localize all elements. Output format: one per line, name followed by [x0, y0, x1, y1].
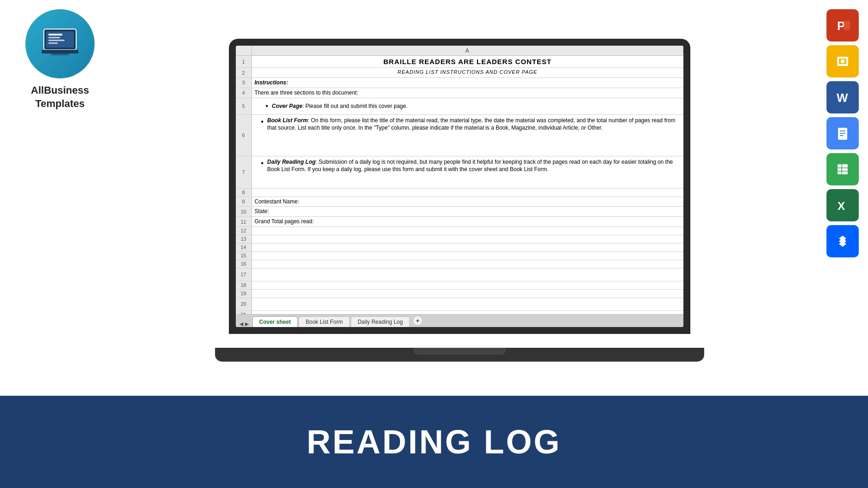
row-num: 16	[236, 260, 252, 268]
book-list-text: Book List Form: On this form, please lis…	[267, 117, 680, 132]
powerpoint-icon[interactable]: P	[826, 9, 859, 42]
row-content: • Daily Reading Log: Submission of a dai…	[252, 156, 683, 188]
svg-rect-21	[840, 135, 844, 136]
table-row: 18	[236, 281, 683, 290]
daily-log-bullet: • Daily Reading Log: Submission of a dai…	[255, 158, 681, 174]
table-row: 10 State:	[236, 207, 683, 217]
laptop-logo-icon	[39, 27, 81, 61]
column-header-row: A	[236, 46, 683, 56]
google-docs-icon[interactable]	[826, 117, 859, 149]
table-row: 15	[236, 252, 683, 260]
google-slides-icon[interactable]	[826, 45, 859, 77]
sheet-rows: 1 BRAILLE READERS ARE LEADERS CONTEST 2 …	[236, 56, 683, 314]
table-row: 8	[236, 189, 683, 197]
book-list-bullet: • Book List Form: On this form, please l…	[255, 117, 681, 132]
laptop-body: A 1 BRAILLE READERS ARE LEADERS CONTEST	[229, 39, 690, 334]
svg-rect-19	[840, 131, 845, 131]
row-num: 17	[236, 268, 252, 281]
row-num: 20	[236, 298, 252, 310]
col-a-header: A	[252, 48, 683, 54]
cover-page-text: Cover Page: Please fill out and submit t…	[272, 102, 407, 110]
right-app-icons: P W	[826, 9, 859, 257]
row-content: State:	[252, 207, 683, 216]
svg-rect-2	[48, 34, 62, 36]
svg-rect-23	[838, 164, 848, 174]
table-row: 6 • Book List Form: On this form, please…	[236, 115, 683, 156]
row-num: 18	[236, 281, 252, 289]
laptop-base	[215, 348, 704, 362]
row-content: • Book List Form: On this form, please l…	[252, 115, 683, 156]
cover-page-suffix: : Please fill out and submit this cover …	[302, 103, 407, 109]
table-row: 21	[236, 311, 683, 314]
subtitle-text: READING LIST INSTRUCTIONS AND COVER PAGE	[398, 69, 538, 76]
row-content: Grand Total pages read:	[252, 217, 683, 226]
nav-arrows: ◀ ▶	[239, 321, 249, 327]
brand-name: AllBusiness Templates	[31, 84, 89, 110]
row-content: READING LIST INSTRUCTIONS AND COVER PAGE	[252, 68, 683, 77]
state-label: State:	[255, 208, 269, 215]
word-icon[interactable]: W	[826, 81, 859, 113]
row-num: 6	[236, 115, 252, 156]
logo-circle	[25, 9, 95, 78]
row-content: • Cover Page: Please fill out and submit…	[252, 98, 683, 114]
row-num: 5	[236, 98, 252, 114]
tab-book-list[interactable]: Book List Form	[299, 316, 350, 327]
svg-rect-10	[844, 21, 850, 30]
table-row: 1 BRAILLE READERS ARE LEADERS CONTEST	[236, 56, 683, 68]
table-row: 9 Contestant Name:	[236, 197, 683, 207]
table-row: 11 Grand Total pages read:	[236, 217, 683, 227]
svg-text:W: W	[837, 91, 848, 105]
row-num: 8	[236, 189, 252, 196]
svg-rect-3	[48, 37, 60, 38]
row-num: 1	[236, 56, 252, 67]
svg-point-14	[841, 60, 844, 63]
row-content: BRAILLE READERS ARE LEADERS CONTEST	[252, 56, 683, 67]
table-row: 13	[236, 235, 683, 244]
row-num: 13	[236, 235, 252, 243]
nav-right-arrow[interactable]: ▶	[245, 321, 249, 327]
row-num: 7	[236, 156, 252, 188]
laptop-screen: A 1 BRAILLE READERS ARE LEADERS CONTEST	[236, 46, 683, 327]
tab-daily-log[interactable]: Daily Reading Log	[351, 316, 410, 327]
table-row: 19	[236, 290, 683, 298]
row-num: 2	[236, 68, 252, 77]
title-text: BRAILLE READERS ARE LEADERS CONTEST	[383, 57, 551, 66]
svg-rect-20	[840, 133, 845, 134]
daily-log-text: Daily Reading Log: Submission of a daily…	[267, 158, 680, 174]
row-num: 12	[236, 227, 252, 235]
dropbox-icon[interactable]	[826, 225, 859, 257]
table-row: 20	[236, 298, 683, 311]
excel-icon[interactable]: X	[826, 189, 859, 221]
table-row: 5 • Cover Page: Please fill out and subm…	[236, 98, 683, 115]
nav-left-arrow[interactable]: ◀	[239, 321, 243, 327]
row-content: There are three sections to this documen…	[252, 88, 683, 98]
table-row: 7 • Daily Reading Log: Submission of a d…	[236, 156, 683, 189]
table-row: 3 Instructions:	[236, 78, 683, 88]
row4-text: There are three sections to this documen…	[255, 89, 359, 97]
svg-rect-5	[48, 42, 58, 44]
logo-area: AllBusiness Templates	[9, 9, 111, 110]
table-row: 14	[236, 244, 683, 252]
google-sheets-icon[interactable]	[826, 153, 859, 185]
svg-rect-4	[48, 40, 65, 41]
svg-text:X: X	[838, 200, 845, 212]
grand-total-label: Grand Total pages read:	[255, 218, 314, 226]
table-row: 17	[236, 268, 683, 281]
row-num-spacer	[236, 46, 252, 55]
add-sheet-button[interactable]: +	[413, 315, 423, 326]
svg-rect-6	[42, 50, 78, 54]
instructions-label: Instructions:	[255, 79, 288, 87]
table-row: 4 There are three sections to this docum…	[236, 88, 683, 98]
tab-cover-sheet[interactable]: Cover sheet	[252, 316, 298, 327]
row-num: 14	[236, 244, 252, 251]
table-row: 2 READING LIST INSTRUCTIONS AND COVER PA…	[236, 68, 683, 78]
bottom-banner: READING LOG	[0, 396, 868, 488]
spreadsheet: A 1 BRAILLE READERS ARE LEADERS CONTEST	[236, 46, 683, 327]
bottom-banner-text: READING LOG	[306, 423, 561, 461]
row-num: 4	[236, 88, 252, 98]
row-num: 9	[236, 197, 252, 207]
row-content: Instructions:	[252, 78, 683, 88]
svg-rect-7	[51, 54, 69, 55]
row-num: 15	[236, 252, 252, 260]
sheet-tabs-bar: ◀ ▶ Cover sheet Book List Form Daily Rea…	[236, 314, 683, 327]
